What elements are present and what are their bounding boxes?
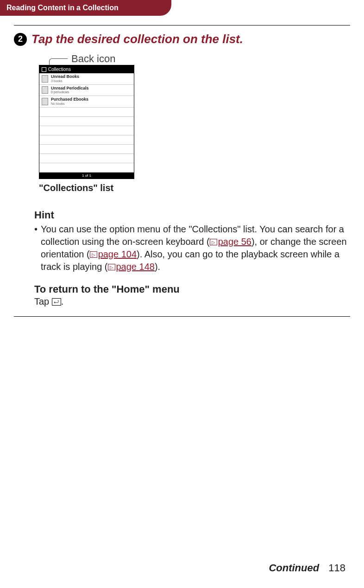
screenshot-title: Collections xyxy=(48,67,71,72)
bottom-rule xyxy=(14,316,350,317)
empty-row xyxy=(39,154,134,163)
return-home-title: To return to the "Home" menu xyxy=(34,283,350,295)
screenshot-titlebar: Collections xyxy=(39,65,134,73)
page-ref-icon: ▷ xyxy=(210,239,217,245)
list-item-sub: 3 books xyxy=(51,79,79,83)
collections-screenshot: Collections Unread Books 3 books Unread … xyxy=(39,65,134,179)
screenshot-caption: "Collections" list xyxy=(39,183,350,193)
back-icon-callout: Back icon xyxy=(39,53,350,65)
page-number: 118 xyxy=(328,562,345,574)
home-icon: ⮐ xyxy=(52,298,61,306)
empty-row xyxy=(39,163,134,173)
list-item: Unread Periodicals 0 periodicals xyxy=(39,85,134,96)
list-item: Unread Books 3 books xyxy=(39,73,134,85)
return-home-section: To return to the "Home" menu Tap ⮐. xyxy=(34,283,350,307)
list-item-title: Unread Books xyxy=(51,75,79,79)
empty-row xyxy=(39,135,134,145)
empty-row xyxy=(39,126,134,135)
page-link-104[interactable]: page 104 xyxy=(98,249,137,259)
hint-text: You can use the option menu of the "Coll… xyxy=(34,223,350,273)
step-number-badge: 2 xyxy=(14,33,27,46)
return-body-prefix: Tap xyxy=(34,296,52,307)
list-item-sub: 0 periodicals xyxy=(51,90,89,94)
list-item-title: Unread Periodicals xyxy=(51,86,89,91)
screenshot-footer: 1 of 1 xyxy=(39,173,134,179)
page-ref-icon: ▷ xyxy=(90,251,97,258)
book-thumb-icon xyxy=(42,86,48,94)
list-item: Purchased Ebooks No books xyxy=(39,96,134,108)
empty-row xyxy=(39,145,134,154)
book-thumb-icon xyxy=(42,75,48,83)
continued-label: Continued xyxy=(269,562,319,574)
page-footer: Continued 118 xyxy=(269,562,345,574)
return-home-body: Tap ⮐. xyxy=(34,296,350,307)
section-header: Reading Content in a Collection xyxy=(0,0,171,16)
step-title: Tap the desired collection on the list. xyxy=(31,32,243,46)
page-ref-icon: ▷ xyxy=(108,264,115,270)
step-line: 2 Tap the desired collection on the list… xyxy=(14,32,350,46)
hint-part: ). xyxy=(155,262,160,272)
page-link-56[interactable]: page 56 xyxy=(218,236,251,247)
callout-line xyxy=(49,58,68,65)
list-item-title: Purchased Ebooks xyxy=(51,97,88,102)
list-item-sub: No books xyxy=(51,102,88,106)
hint-block: Hint You can use the option menu of the … xyxy=(34,209,350,273)
back-icon-label: Back icon xyxy=(71,53,115,65)
empty-row xyxy=(39,117,134,126)
return-body-suffix: . xyxy=(61,296,64,307)
top-rule xyxy=(14,25,350,26)
empty-row xyxy=(39,108,134,117)
page-content: 2 Tap the desired collection on the list… xyxy=(0,16,364,307)
hint-title: Hint xyxy=(34,209,350,221)
page-link-148[interactable]: page 148 xyxy=(116,262,155,272)
book-thumb-icon xyxy=(42,98,48,105)
back-icon xyxy=(42,67,46,72)
